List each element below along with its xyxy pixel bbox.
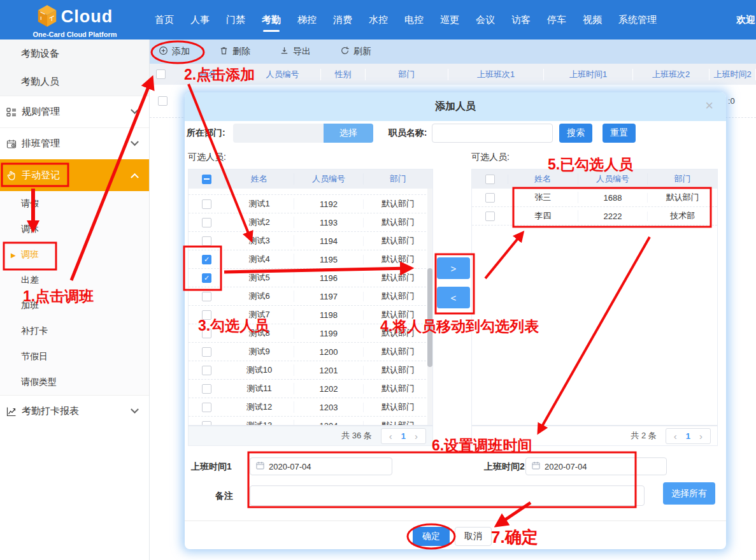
nav-item-4[interactable]: 梯控 — [297, 14, 317, 26]
work-time1-label: 上班时间1 — [191, 457, 232, 475]
nav-item-7[interactable]: 电控 — [404, 14, 424, 26]
sidebar-item-shift-management[interactable]: 排班管理 — [0, 127, 149, 159]
current-page[interactable]: 1 — [401, 431, 406, 441]
column-header: 上班班次1 — [448, 69, 544, 80]
row-checkbox[interactable] — [202, 199, 211, 209]
row-checkbox[interactable] — [202, 329, 211, 338]
row-checkbox[interactable] — [485, 212, 495, 221]
table-row[interactable]: 测试71198默认部门 — [189, 306, 432, 324]
table-row[interactable]: 测试131204默认部门 — [189, 417, 432, 425]
table-row[interactable]: 测试111202默认部门 — [189, 380, 432, 398]
work-time1-datepicker[interactable]: 2020-07-04 — [250, 457, 392, 475]
current-page[interactable]: 1 — [686, 431, 690, 441]
sidebar-item-leave[interactable]: 请假 — [0, 191, 149, 217]
row-checkbox[interactable] — [202, 347, 211, 357]
nav-item-13[interactable]: 系统管理 — [618, 14, 657, 26]
cancel-button[interactable]: 取消 — [455, 527, 492, 546]
select-all-checkbox[interactable] — [156, 69, 166, 79]
row-checkbox[interactable] — [202, 403, 211, 412]
sidebar-item-rule-management[interactable]: 规则管理 — [0, 96, 149, 127]
nav-item-1[interactable]: 人事 — [190, 14, 210, 26]
add-button[interactable]: 添加 — [159, 46, 190, 57]
checkbox-cell — [189, 236, 225, 246]
nav-item-10[interactable]: 访客 — [511, 14, 531, 26]
refresh-button[interactable]: 刷新 — [340, 46, 371, 57]
table-row[interactable]: 测试31194默认部门 — [189, 232, 432, 250]
employee-name-input[interactable] — [432, 124, 553, 143]
sidebar-item-holiday[interactable]: 节假日 — [0, 344, 149, 370]
row-checkbox[interactable] — [202, 218, 211, 227]
remark-label: 备注 — [215, 487, 233, 505]
move-right-button[interactable]: > — [437, 257, 470, 279]
checkbox-cell — [189, 292, 225, 301]
sidebar-item-business-trip[interactable]: 出差 — [0, 268, 149, 293]
row-checkbox[interactable] — [158, 96, 168, 106]
close-icon[interactable]: × — [705, 99, 713, 113]
nav-item-8[interactable]: 巡更 — [440, 14, 459, 26]
table-row[interactable]: ✓测试41195默认部门 — [189, 250, 432, 269]
table-row[interactable]: ✓测试51196默认部门 — [189, 269, 432, 287]
row-checkbox[interactable] — [202, 384, 211, 394]
row-checkbox[interactable] — [202, 236, 211, 246]
sidebar-item-attendance-device[interactable]: 考勤设备 — [0, 39, 149, 68]
nav-item-2[interactable]: 门禁 — [226, 14, 245, 26]
row-checkbox[interactable] — [202, 292, 211, 301]
table-row[interactable]: 张三1688默认部门 — [472, 189, 717, 207]
dept-input[interactable] — [233, 124, 324, 143]
next-page-icon[interactable]: › — [699, 431, 703, 442]
topbar: Cloud One-Card Cloud Platform 首页人事门禁考勤梯控… — [0, 0, 756, 39]
dept-select-button[interactable]: 选择 — [324, 124, 373, 143]
row-checkbox[interactable] — [202, 421, 211, 426]
move-left-button[interactable]: < — [437, 287, 470, 308]
table-row[interactable]: 测试101201默认部门 — [189, 361, 432, 380]
scrollbar-thumb[interactable] — [427, 268, 432, 367]
table-row[interactable]: 测试61197默认部门 — [189, 287, 432, 306]
row-checkbox[interactable] — [202, 310, 211, 320]
select-all-checkbox[interactable] — [485, 175, 495, 184]
table-row[interactable]: 测试121203默认部门 — [189, 398, 432, 417]
prev-page-icon[interactable]: ‹ — [389, 431, 392, 442]
sidebar-item-compensatory-leave[interactable]: 调休 — [0, 217, 149, 242]
sidebar-item-punch-report[interactable]: 考勤打卡报表 — [0, 395, 149, 427]
nav-item-5[interactable]: 消费 — [333, 14, 352, 26]
remark-input[interactable] — [250, 485, 645, 506]
scrollbar[interactable] — [427, 189, 432, 425]
table-row[interactable]: 测试11192默认部门 — [189, 195, 432, 213]
row-checkbox[interactable]: ✓ — [202, 273, 211, 283]
delete-button[interactable]: 删除 — [219, 46, 250, 57]
table-row[interactable]: 测试81199默认部门 — [189, 324, 432, 343]
reset-button[interactable]: 重置 — [603, 124, 636, 143]
prev-page-icon[interactable]: ‹ — [674, 431, 677, 442]
nav-item-11[interactable]: 停车 — [547, 14, 566, 26]
checkbox-cell — [189, 199, 225, 209]
toolbar-button-label: 刷新 — [353, 46, 371, 57]
checkbox-cell — [189, 384, 225, 394]
sidebar-item-label: 调班 — [21, 249, 39, 261]
sidebar-item-manual-register[interactable]: 手动登记 — [0, 159, 149, 191]
table-row[interactable]: 测试21193默认部门 — [189, 213, 432, 232]
select-all-button[interactable]: 选择所有 — [663, 482, 715, 505]
work-time2-datepicker[interactable]: 2020-07-04 — [525, 457, 667, 475]
sidebar-item-attendance-personnel[interactable]: 考勤人员 — [0, 68, 149, 96]
sidebar-item-overtime[interactable]: 加班 — [0, 293, 149, 319]
row-checkbox[interactable] — [202, 366, 211, 375]
nav-item-3[interactable]: 考勤 — [262, 14, 281, 26]
export-button[interactable]: 导出 — [280, 46, 311, 57]
confirm-button[interactable]: 确定 — [413, 527, 450, 546]
nav-item-6[interactable]: 水控 — [369, 14, 388, 26]
table-row[interactable]: 李四2222技术部 — [472, 207, 717, 226]
nav-item-9[interactable]: 会议 — [476, 14, 495, 26]
column-header: 性别 — [321, 69, 366, 80]
next-page-icon[interactable]: › — [415, 431, 418, 442]
select-all-checkbox[interactable] — [202, 175, 211, 184]
nav-item-0[interactable]: 首页 — [155, 14, 174, 26]
table-row[interactable]: 测试91200默认部门 — [189, 343, 432, 361]
nav-item-12[interactable]: 视频 — [583, 14, 602, 26]
row-checkbox[interactable] — [485, 193, 495, 203]
row-checkbox[interactable]: ✓ — [202, 255, 211, 264]
sidebar-item-punch-correction[interactable]: 补打卡 — [0, 319, 149, 344]
sidebar-item-shift-change[interactable]: ▶调班 — [0, 242, 149, 268]
search-button[interactable]: 搜索 — [559, 124, 592, 143]
schedule-icon — [5, 138, 18, 150]
sidebar-item-leave-type[interactable]: 请假类型 — [0, 370, 149, 395]
